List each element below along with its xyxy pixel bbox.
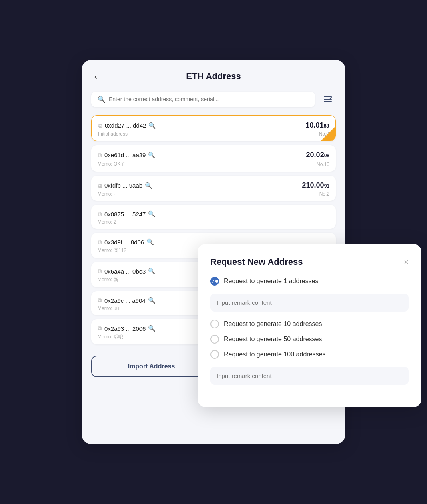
checkmark-icon: ✓ [211,279,215,284]
search-address-icon[interactable]: 🔍 [148,268,156,275]
amount-decimal: 08 [324,153,329,158]
memo-text: Memo: 新1 [98,276,121,283]
search-bar: 🔍 [91,91,336,107]
copy-icon[interactable]: ⧉ [98,152,102,159]
memo-text: Memo: 哦哦 [98,334,123,340]
radio-label: Request to generate 10 addresses [224,320,322,328]
search-address-icon[interactable]: 🔍 [148,210,156,218]
search-icon: 🔍 [98,96,106,103]
address-text: 0xdd27 ... dd42 [105,122,146,129]
radio-option[interactable]: Request to generate 10 addresses [210,320,409,328]
page-title: ETH Address [186,71,241,82]
radio-label: Request to generate 50 addresses [224,336,322,343]
search-input[interactable] [109,96,309,102]
search-address-icon[interactable]: 🔍 [145,182,152,189]
search-input-wrap: 🔍 [91,92,315,107]
address-text: 0x2a93 ... 2006 [104,325,146,332]
filter-button[interactable] [320,91,336,107]
memo-text: Initial address [98,131,128,137]
copy-icon[interactable]: ⧉ [98,182,102,189]
modal-title: Request New Address [210,257,303,267]
copy-icon[interactable]: ⧉ [98,297,102,304]
selected-corner [321,126,335,141]
memo-text: Memo: 2 [98,219,116,225]
header: ‹ ETH Address [91,71,336,82]
radio-circle [210,335,219,344]
address-text: 0x2a9c ... a904 [104,297,146,304]
radio-circle: ✓ [210,277,219,286]
address-text: 0x0875 ... 5247 [104,211,146,218]
copy-icon[interactable]: ⧉ [98,210,102,218]
filter-icon [323,94,333,104]
copy-icon[interactable]: ⧉ [98,238,102,246]
copy-icon[interactable]: ⧉ [98,122,102,129]
radio-circle [210,320,219,328]
back-button[interactable]: ‹ [91,70,100,83]
search-address-icon[interactable]: 🔍 [148,122,156,129]
amount-main: 210.00 [302,181,324,190]
modal-header: Request New Address × [210,257,409,267]
modal-close-button[interactable]: × [404,258,409,266]
search-address-icon[interactable]: 🔍 [148,152,156,159]
memo-text: Memo: 圆112 [98,247,126,254]
main-card: ‹ ETH Address 🔍 ⧉ 0xdd27 ... dd42 🔍 10.0… [82,60,345,444]
radio-label: Request to generate 1 addresses [224,278,319,285]
address-text: 0x6a4a ... 0be3 [104,268,146,275]
remark-input[interactable] [210,367,409,385]
copy-icon[interactable]: ⧉ [98,268,102,275]
import-address-button[interactable]: Import Address [91,356,212,377]
radio-option[interactable]: Request to generate 50 addresses [210,335,409,344]
modal-options: ✓Request to generate 1 addressesRequest … [210,277,409,359]
address-text: 0xfdfb ... 9aab [104,182,142,189]
radio-label: Request to generate 100 addresses [224,351,325,358]
address-text: 0x3d9f ... 8d06 [104,239,144,246]
radio-option[interactable]: ✓Request to generate 1 addresses [210,277,409,286]
no-label: No.2 [319,191,329,197]
amount-decimal: 91 [324,183,329,189]
search-address-icon[interactable]: 🔍 [146,238,154,246]
address-item[interactable]: ⧉ 0xdd27 ... dd42 🔍 10.01 88 Initial add… [91,115,336,141]
amount-main: 20.02 [306,151,324,159]
copy-icon[interactable]: ⧉ [98,325,102,332]
memo-text: Memo: - [98,191,115,197]
radio-circle [210,350,219,359]
address-item[interactable]: ⧉ 0x0875 ... 5247 🔍 Memo: 2 [91,205,336,229]
address-item[interactable]: ⧉ 0xe61d ... aa39 🔍 20.02 08 Memo: OK了 N… [91,145,336,172]
radio-option[interactable]: Request to generate 100 addresses [210,350,409,359]
search-address-icon[interactable]: 🔍 [148,325,156,332]
address-item[interactable]: ⧉ 0xfdfb ... 9aab 🔍 210.00 91 Memo: - No… [91,176,336,201]
remark-input[interactable] [210,294,409,312]
search-address-icon[interactable]: 🔍 [148,297,156,304]
no-label: No.10 [317,162,329,167]
address-text: 0xe61d ... aa39 [104,152,146,158]
memo-text: Memo: OK了 [98,161,125,168]
modal-card: Request New Address × ✓Request to genera… [198,244,421,407]
memo-text: Memo: uu [98,306,119,311]
